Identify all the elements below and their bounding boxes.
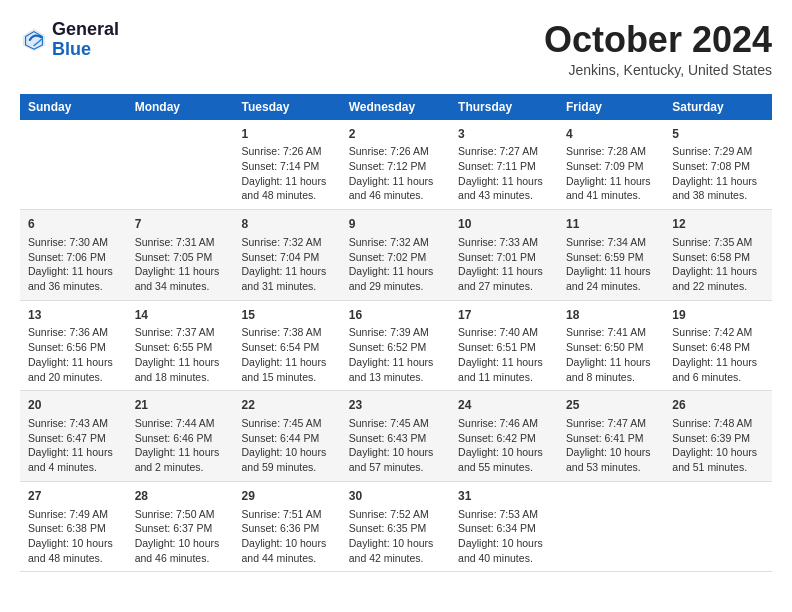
calendar-cell: 23Sunrise: 7:45 AM Sunset: 6:43 PM Dayli… <box>341 391 450 482</box>
day-number: 10 <box>458 216 550 233</box>
logo-text: General Blue <box>52 20 119 60</box>
day-number: 17 <box>458 307 550 324</box>
week-row-3: 13Sunrise: 7:36 AM Sunset: 6:56 PM Dayli… <box>20 300 772 391</box>
day-number: 31 <box>458 488 550 505</box>
calendar-cell: 1Sunrise: 7:26 AM Sunset: 7:14 PM Daylig… <box>234 120 341 210</box>
col-header-saturday: Saturday <box>664 94 772 120</box>
day-info: Sunrise: 7:26 AM Sunset: 7:14 PM Dayligh… <box>242 144 333 203</box>
day-info: Sunrise: 7:46 AM Sunset: 6:42 PM Dayligh… <box>458 416 550 475</box>
calendar-cell: 27Sunrise: 7:49 AM Sunset: 6:38 PM Dayli… <box>20 481 127 572</box>
calendar-cell: 9Sunrise: 7:32 AM Sunset: 7:02 PM Daylig… <box>341 210 450 301</box>
calendar-cell: 28Sunrise: 7:50 AM Sunset: 6:37 PM Dayli… <box>127 481 234 572</box>
day-info: Sunrise: 7:44 AM Sunset: 6:46 PM Dayligh… <box>135 416 226 475</box>
day-info: Sunrise: 7:38 AM Sunset: 6:54 PM Dayligh… <box>242 325 333 384</box>
day-number: 29 <box>242 488 333 505</box>
day-number: 4 <box>566 126 656 143</box>
calendar-cell: 13Sunrise: 7:36 AM Sunset: 6:56 PM Dayli… <box>20 300 127 391</box>
day-number: 6 <box>28 216 119 233</box>
calendar-cell: 22Sunrise: 7:45 AM Sunset: 6:44 PM Dayli… <box>234 391 341 482</box>
day-info: Sunrise: 7:32 AM Sunset: 7:04 PM Dayligh… <box>242 235 333 294</box>
calendar-cell: 26Sunrise: 7:48 AM Sunset: 6:39 PM Dayli… <box>664 391 772 482</box>
day-number: 9 <box>349 216 442 233</box>
day-info: Sunrise: 7:42 AM Sunset: 6:48 PM Dayligh… <box>672 325 764 384</box>
day-info: Sunrise: 7:34 AM Sunset: 6:59 PM Dayligh… <box>566 235 656 294</box>
day-number: 5 <box>672 126 764 143</box>
calendar-cell: 15Sunrise: 7:38 AM Sunset: 6:54 PM Dayli… <box>234 300 341 391</box>
day-number: 12 <box>672 216 764 233</box>
day-number: 2 <box>349 126 442 143</box>
day-number: 24 <box>458 397 550 414</box>
day-info: Sunrise: 7:33 AM Sunset: 7:01 PM Dayligh… <box>458 235 550 294</box>
day-number: 11 <box>566 216 656 233</box>
calendar-cell: 20Sunrise: 7:43 AM Sunset: 6:47 PM Dayli… <box>20 391 127 482</box>
day-info: Sunrise: 7:27 AM Sunset: 7:11 PM Dayligh… <box>458 144 550 203</box>
week-row-5: 27Sunrise: 7:49 AM Sunset: 6:38 PM Dayli… <box>20 481 772 572</box>
calendar-cell <box>20 120 127 210</box>
logo: General Blue <box>20 20 119 60</box>
day-number: 26 <box>672 397 764 414</box>
day-info: Sunrise: 7:50 AM Sunset: 6:37 PM Dayligh… <box>135 507 226 566</box>
day-info: Sunrise: 7:53 AM Sunset: 6:34 PM Dayligh… <box>458 507 550 566</box>
location: Jenkins, Kentucky, United States <box>544 62 772 78</box>
day-info: Sunrise: 7:37 AM Sunset: 6:55 PM Dayligh… <box>135 325 226 384</box>
day-info: Sunrise: 7:52 AM Sunset: 6:35 PM Dayligh… <box>349 507 442 566</box>
calendar-cell: 16Sunrise: 7:39 AM Sunset: 6:52 PM Dayli… <box>341 300 450 391</box>
day-info: Sunrise: 7:49 AM Sunset: 6:38 PM Dayligh… <box>28 507 119 566</box>
calendar-cell: 25Sunrise: 7:47 AM Sunset: 6:41 PM Dayli… <box>558 391 664 482</box>
calendar-cell: 14Sunrise: 7:37 AM Sunset: 6:55 PM Dayli… <box>127 300 234 391</box>
col-header-sunday: Sunday <box>20 94 127 120</box>
day-info: Sunrise: 7:47 AM Sunset: 6:41 PM Dayligh… <box>566 416 656 475</box>
day-number: 23 <box>349 397 442 414</box>
week-row-2: 6Sunrise: 7:30 AM Sunset: 7:06 PM Daylig… <box>20 210 772 301</box>
day-number: 8 <box>242 216 333 233</box>
day-number: 18 <box>566 307 656 324</box>
week-row-4: 20Sunrise: 7:43 AM Sunset: 6:47 PM Dayli… <box>20 391 772 482</box>
day-number: 20 <box>28 397 119 414</box>
day-number: 7 <box>135 216 226 233</box>
col-header-wednesday: Wednesday <box>341 94 450 120</box>
logo-icon <box>20 26 48 54</box>
day-info: Sunrise: 7:39 AM Sunset: 6:52 PM Dayligh… <box>349 325 442 384</box>
calendar-cell: 12Sunrise: 7:35 AM Sunset: 6:58 PM Dayli… <box>664 210 772 301</box>
day-info: Sunrise: 7:45 AM Sunset: 6:44 PM Dayligh… <box>242 416 333 475</box>
calendar-cell: 19Sunrise: 7:42 AM Sunset: 6:48 PM Dayli… <box>664 300 772 391</box>
calendar-cell: 4Sunrise: 7:28 AM Sunset: 7:09 PM Daylig… <box>558 120 664 210</box>
calendar-body: 1Sunrise: 7:26 AM Sunset: 7:14 PM Daylig… <box>20 120 772 572</box>
day-number: 14 <box>135 307 226 324</box>
day-info: Sunrise: 7:30 AM Sunset: 7:06 PM Dayligh… <box>28 235 119 294</box>
calendar-cell: 29Sunrise: 7:51 AM Sunset: 6:36 PM Dayli… <box>234 481 341 572</box>
month-title: October 2024 <box>544 20 772 60</box>
calendar-table: SundayMondayTuesdayWednesdayThursdayFrid… <box>20 94 772 573</box>
day-number: 19 <box>672 307 764 324</box>
day-number: 1 <box>242 126 333 143</box>
calendar-cell <box>127 120 234 210</box>
week-row-1: 1Sunrise: 7:26 AM Sunset: 7:14 PM Daylig… <box>20 120 772 210</box>
day-number: 3 <box>458 126 550 143</box>
calendar-cell: 30Sunrise: 7:52 AM Sunset: 6:35 PM Dayli… <box>341 481 450 572</box>
day-info: Sunrise: 7:43 AM Sunset: 6:47 PM Dayligh… <box>28 416 119 475</box>
day-info: Sunrise: 7:48 AM Sunset: 6:39 PM Dayligh… <box>672 416 764 475</box>
day-info: Sunrise: 7:51 AM Sunset: 6:36 PM Dayligh… <box>242 507 333 566</box>
day-number: 16 <box>349 307 442 324</box>
day-info: Sunrise: 7:26 AM Sunset: 7:12 PM Dayligh… <box>349 144 442 203</box>
col-header-thursday: Thursday <box>450 94 558 120</box>
calendar-cell: 8Sunrise: 7:32 AM Sunset: 7:04 PM Daylig… <box>234 210 341 301</box>
day-number: 25 <box>566 397 656 414</box>
calendar-cell: 3Sunrise: 7:27 AM Sunset: 7:11 PM Daylig… <box>450 120 558 210</box>
day-info: Sunrise: 7:31 AM Sunset: 7:05 PM Dayligh… <box>135 235 226 294</box>
calendar-cell: 2Sunrise: 7:26 AM Sunset: 7:12 PM Daylig… <box>341 120 450 210</box>
day-info: Sunrise: 7:40 AM Sunset: 6:51 PM Dayligh… <box>458 325 550 384</box>
day-info: Sunrise: 7:28 AM Sunset: 7:09 PM Dayligh… <box>566 144 656 203</box>
day-number: 28 <box>135 488 226 505</box>
calendar-cell: 10Sunrise: 7:33 AM Sunset: 7:01 PM Dayli… <box>450 210 558 301</box>
calendar-cell: 7Sunrise: 7:31 AM Sunset: 7:05 PM Daylig… <box>127 210 234 301</box>
calendar-cell: 24Sunrise: 7:46 AM Sunset: 6:42 PM Dayli… <box>450 391 558 482</box>
day-number: 13 <box>28 307 119 324</box>
day-info: Sunrise: 7:35 AM Sunset: 6:58 PM Dayligh… <box>672 235 764 294</box>
day-number: 15 <box>242 307 333 324</box>
title-block: October 2024 Jenkins, Kentucky, United S… <box>544 20 772 78</box>
day-info: Sunrise: 7:41 AM Sunset: 6:50 PM Dayligh… <box>566 325 656 384</box>
calendar-cell <box>664 481 772 572</box>
calendar-header: SundayMondayTuesdayWednesdayThursdayFrid… <box>20 94 772 120</box>
calendar-cell <box>558 481 664 572</box>
